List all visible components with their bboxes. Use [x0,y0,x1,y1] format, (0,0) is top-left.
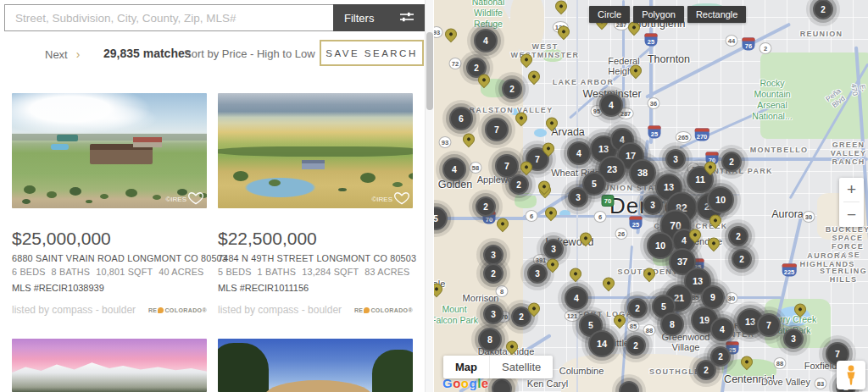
route-shield-icon: 225 [782,264,797,277]
satellite-button[interactable]: Satellite [489,356,553,378]
map-cluster-marker[interactable]: 2 [728,226,748,246]
photo-hills [12,134,207,141]
route-shield-icon: 93 [439,136,452,148]
map-cluster-marker[interactable]: 4 [565,286,588,310]
draw-circle-button[interactable]: Circle [589,6,630,23]
listing-price: $22,500,000 [218,229,413,249]
map-cluster-marker[interactable]: 4 [474,29,498,52]
sort-dropdown[interactable]: Sort by Price - High to Low⌄ [184,47,334,60]
map-draw-tools: Circle Polygon Rectangle [589,6,746,23]
listing-photo[interactable] [12,339,207,392]
map-cluster-marker[interactable]: 3 [543,239,564,259]
map-label: AURORA HIGHLANDS [799,251,854,268]
street-view-pegman[interactable] [837,361,865,389]
next-page-link[interactable]: Next› [45,47,80,61]
map-cluster-marker[interactable]: 3 [643,195,663,215]
map-cluster-marker[interactable]: 8 [660,312,684,336]
route-shield-icon: 270 [695,129,709,141]
map-cluster-marker[interactable]: 2 [483,263,504,284]
map-cluster-marker[interactable]: 9 [701,285,725,309]
map-cluster-marker[interactable]: 2 [476,196,496,217]
draw-rectangle-button[interactable]: Rectangle [687,6,747,23]
search-input[interactable] [4,4,333,31]
map-cluster-marker[interactable]: 2 [626,335,646,356]
map-cluster-marker[interactable]: 2 [721,152,742,172]
map-cluster-marker[interactable]: 2 [502,79,522,99]
route-shield-icon: 25 [630,217,643,229]
recolorado-logo: RECOLORADO® [148,307,207,313]
brand-colorado: COLORADO® [164,307,207,313]
acres: 40 ACRES [159,267,203,277]
map-label: RALSTON VALLEY [470,106,554,114]
results-toolbar: Next› 29,835 matches Sort by Price - Hig… [0,40,426,70]
map-cluster-marker[interactable]: 3 [527,263,548,284]
map-cluster-marker[interactable]: 10 [707,186,734,213]
map-cluster-marker[interactable]: 3 [568,187,588,207]
map-cluster-marker[interactable]: 4 [599,93,623,117]
water-lake [534,129,547,137]
next-label: Next [45,48,68,61]
map-cluster-marker[interactable]: 4 [710,317,734,341]
photo-trees [218,146,413,157]
sort-label: Sort by Price - High to Low [184,47,315,60]
listing-card[interactable] [218,339,413,392]
map-cluster-marker[interactable]: 4 [567,141,591,165]
listing-card[interactable]: ©IRES $22,500,000 7484 N 49TH STREET LON… [218,93,413,316]
route-shield-icon: 88 [774,357,787,369]
route-shield-icon: 8 [496,285,509,297]
route-shield-icon: 44 [726,35,738,47]
favorite-heart-icon[interactable] [393,190,410,207]
scrollbar-thumb[interactable] [426,32,433,110]
listing-card[interactable] [12,339,207,392]
map-cluster-marker[interactable]: 3 [665,149,686,169]
listing-photo[interactable]: ©IRES [218,93,413,208]
route-shield-icon: 72 [449,58,462,69]
map-cluster-marker[interactable]: 3 [483,304,504,324]
photo-trees [218,343,269,392]
map-cluster-marker[interactable]: 3 [783,329,804,349]
map-cluster-marker[interactable]: 2 [813,0,833,19]
favorite-heart-icon[interactable] [187,190,204,207]
filters-button[interactable]: Filters [333,4,425,31]
sqft: 10,801 SQFT [96,267,153,277]
map-cluster-marker[interactable]: 6 [449,107,473,130]
map-cluster-marker[interactable]: 7 [757,313,781,337]
map-cluster-marker[interactable]: 2 [627,298,648,318]
listing-photo[interactable] [218,339,413,392]
map-cluster-marker[interactable]: 2 [696,360,716,380]
zoom-in-button[interactable]: + [839,178,864,202]
listing-address: 7484 N 49TH STREET LONGMONT CO 80503 [218,253,413,263]
map-label: Ken Caryl [527,378,568,389]
map-panel[interactable]: Circle Polygon Rectangle Map Satellite +… [434,0,868,392]
map-pin[interactable] [553,0,570,14]
listing-card[interactable]: ©IRES $25,000,000 6880 SAINT VRAIN ROAD … [12,93,207,316]
ires-watermark: ©IRES [371,196,392,203]
map-cluster-marker[interactable]: 3 [483,245,504,265]
map-cluster-marker[interactable]: 2 [732,249,752,269]
map-pin[interactable] [526,69,542,86]
zoom-out-button[interactable]: − [839,202,864,227]
results-scrollbar[interactable] [425,0,433,392]
draw-polygon-button[interactable]: Polygon [633,6,684,23]
photo-tennis-court [57,135,78,141]
map-pin[interactable] [567,266,584,283]
map-cluster-marker[interactable]: 14 [588,330,615,357]
map-pin[interactable] [600,275,617,292]
search-bar: Filters [4,4,425,31]
photo-house [133,137,163,147]
listed-by: listed by compass - boulder [218,304,342,316]
map-label: National Wildlife Refuge [472,0,505,30]
map-cluster-marker[interactable]: 38 [629,159,656,186]
map-button[interactable]: Map [443,356,489,378]
brand-dot-icon [364,307,370,313]
map-cluster-marker[interactable]: 4 [442,157,466,181]
route-shield-icon: 6 [526,210,538,222]
map-label: Dove Valley [761,377,810,387]
map-cluster-marker[interactable]: 7 [485,118,509,141]
map-cluster-marker[interactable]: 2 [509,174,529,195]
acres: 83 ACRES [364,267,409,277]
route-shield-icon: 83 [815,378,827,389]
map-cluster-marker[interactable]: 8 [478,328,502,351]
listing-photo[interactable]: ©IRES [12,93,207,208]
save-search-button[interactable]: SAVE SEARCH [320,40,424,66]
